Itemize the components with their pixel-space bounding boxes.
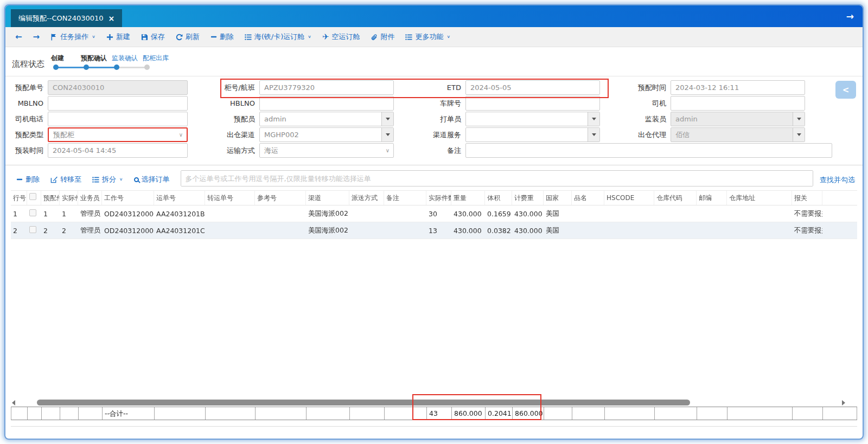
attachment-button[interactable]: 附件 [365, 30, 400, 44]
column-header: 体积 [485, 191, 512, 205]
row-delete-label: 删除 [25, 175, 40, 184]
table-body: 111管理员OD24031200002AA24031201B美国海派002304… [11, 205, 857, 239]
task-operations-button[interactable]: 任务操作∨ [45, 30, 101, 44]
dropdown-arrow-icon[interactable] [588, 112, 599, 126]
channel-service-combo[interactable] [465, 127, 600, 142]
new-button[interactable]: 新建 [101, 30, 136, 44]
delete-button[interactable]: 删除 [205, 30, 239, 44]
summary-cell: 860.000 [452, 407, 486, 420]
remark-input[interactable] [465, 143, 832, 158]
summary-cell: 860.000 [513, 407, 544, 420]
tab-edit-preallocation[interactable]: 编辑预配--CON24030010 × [11, 9, 122, 27]
horizontal-scrollbar[interactable] [11, 399, 857, 406]
driver-phone-input[interactable] [48, 112, 188, 126]
truck-plate-no-input[interactable] [465, 96, 600, 111]
dropdown-arrow-icon[interactable] [381, 112, 393, 126]
step-dot-2 [84, 65, 89, 70]
process-status: 流程状态 创建预配确认监装确认配柜出库 [5, 47, 863, 76]
preload-time-value: 2024-05-04 14:45 [53, 146, 187, 155]
table-cell: 30 [426, 210, 451, 218]
chevron-down-icon: ∨ [446, 35, 450, 39]
table-row[interactable]: 222管理员OD24031200003AA24031201C美国海派002134… [11, 222, 857, 239]
table-row[interactable]: 111管理员OD24031200002AA24031201B美国海派002304… [11, 205, 857, 222]
scroll-left-icon[interactable] [12, 400, 15, 406]
pre-allocation-time-input[interactable]: 2024-03-12 16:11 [671, 80, 805, 95]
scroll-right-icon[interactable] [842, 400, 845, 406]
step-connector [56, 67, 86, 68]
pre-allocator-combo[interactable]: admin [259, 112, 394, 126]
process-status-label: 流程状态 [12, 59, 48, 76]
etd-input[interactable]: 2024-05-05 [465, 80, 600, 95]
preload-time-label: 预装时间 [11, 146, 48, 156]
mblno-input[interactable] [48, 96, 188, 111]
table-cell: 2 [60, 227, 78, 235]
column-header: 重量 [451, 191, 485, 205]
scrollbar-thumb[interactable] [37, 400, 690, 406]
find-and-check-link[interactable]: 查找并勾选 [820, 175, 855, 185]
container-flight-no-value: APZU3779320 [264, 83, 393, 92]
pre-allocation-time-label: 预配时间 [600, 83, 671, 93]
nav-forward-button[interactable]: → [28, 31, 46, 43]
pre-allocation-no-input[interactable]: CON24030010 [48, 80, 188, 95]
truck-plate-no-label: 车牌号 [394, 99, 465, 108]
outbound-agent-combo[interactable]: 佰信 [671, 127, 805, 142]
transfer-to-button[interactable]: 转移至 [45, 172, 87, 186]
split-button[interactable]: 拆分∨ [87, 172, 129, 186]
plane-icon: ✈ [322, 33, 329, 41]
dropdown-arrow-icon[interactable] [793, 128, 805, 141]
preload-time-input[interactable]: 2024-05-04 14:45 [48, 143, 188, 158]
step-dot-1 [53, 65, 59, 70]
nav-back-button[interactable]: ← [10, 31, 28, 43]
loading-supervisor-combo[interactable]: admin [671, 112, 805, 126]
sea-rail-truck-booking-button[interactable]: 海(铁/卡)运订舱∨ [239, 30, 317, 44]
container-flight-no-input[interactable]: APZU3779320 [259, 80, 394, 95]
pre-allocation-type-select[interactable]: 预配柜∨ [48, 127, 188, 142]
summary-cell-empty [385, 407, 427, 420]
tabbar-forward-icon[interactable]: → [846, 11, 854, 22]
outbound-channel-value: MGHP002 [264, 131, 381, 139]
arrow-right-icon: → [33, 33, 40, 41]
save-label: 保存 [151, 32, 165, 42]
column-header: 行号 [11, 191, 27, 205]
refresh-button[interactable]: 刷新 [170, 30, 205, 44]
summary-row: --合计--43860.0000.2041860.000 [11, 407, 857, 420]
minus-icon [210, 34, 217, 40]
summary-cell-empty [727, 407, 793, 420]
dropdown-arrow-icon[interactable] [588, 128, 599, 141]
chevron-down-icon: ∨ [119, 177, 123, 182]
delete-label: 删除 [220, 32, 234, 42]
new-label: 新建 [116, 32, 130, 42]
hblno-input[interactable] [259, 96, 394, 111]
save-button[interactable]: 保存 [136, 30, 170, 44]
column-header: 国家 [544, 191, 572, 205]
outbound-channel-combo[interactable]: MGHP002 [259, 127, 394, 142]
attachment-label: 附件 [380, 32, 394, 42]
etd-label: ETD [394, 83, 465, 92]
dropdown-arrow-icon[interactable] [793, 112, 805, 126]
row-checkbox[interactable] [29, 209, 36, 216]
air-booking-label: 空运订舱 [331, 32, 360, 42]
close-icon[interactable]: × [108, 15, 115, 22]
dropdown-arrow-icon[interactable] [381, 128, 393, 141]
loading-supervisor-value: admin [675, 115, 793, 123]
row-delete-button[interactable]: 删除 [11, 172, 45, 186]
table-cell: OD24031200002 [102, 210, 154, 218]
select-order-button[interactable]: 选择订单 [129, 172, 175, 186]
step-label-1: 创建 [51, 54, 64, 63]
step-connector [117, 67, 147, 68]
driver-input[interactable] [671, 96, 805, 111]
doc-clerk-combo[interactable] [465, 112, 600, 126]
step-label-3[interactable]: 监装确认 [112, 54, 138, 63]
transport-mode-select[interactable]: 海运∨ [259, 143, 394, 158]
step-label-4[interactable]: 配柜出库 [143, 54, 169, 63]
table-empty-area [11, 239, 857, 399]
transport-mode-label: 运输方式 [188, 146, 259, 156]
column-header: 计费重 [512, 191, 544, 205]
step-dot-4 [144, 65, 150, 70]
more-functions-button[interactable]: 更多功能∨ [400, 30, 456, 44]
row-checkbox[interactable] [29, 226, 36, 233]
air-booking-button[interactable]: ✈空运订舱 [317, 30, 366, 44]
order-search-input[interactable] [181, 170, 813, 186]
select-all-checkbox[interactable] [29, 193, 36, 200]
collapse-panel-button[interactable]: < [835, 81, 856, 99]
